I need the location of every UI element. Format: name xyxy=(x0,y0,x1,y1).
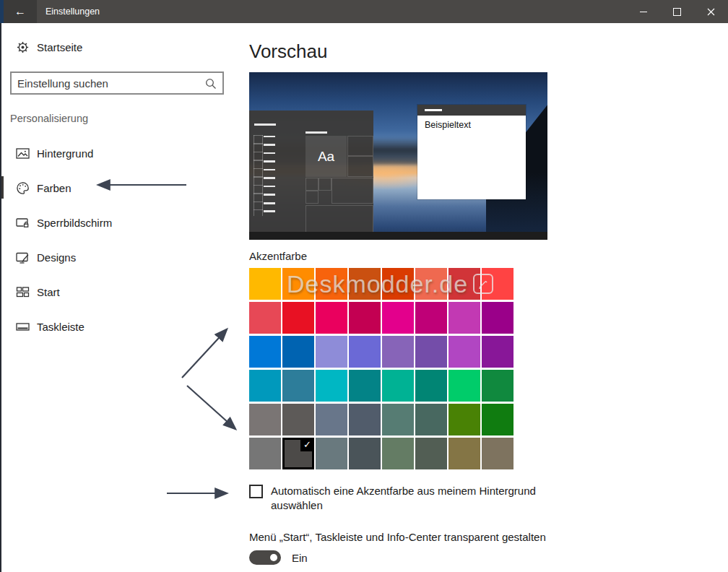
accent-swatch-r6c7[interactable] xyxy=(448,438,480,469)
tile-outline xyxy=(332,178,373,204)
tile-outline xyxy=(306,178,318,191)
accent-swatch-r6c6[interactable] xyxy=(415,438,447,469)
toggle-knob-icon xyxy=(270,554,277,561)
accent-swatch-r1c7[interactable] xyxy=(448,268,480,300)
tile-outline xyxy=(318,178,332,191)
accent-swatch-r1c3[interactable] xyxy=(316,268,347,300)
accent-swatch-r4c4[interactable] xyxy=(349,370,381,402)
sample-window-titlebar xyxy=(417,105,526,116)
back-button[interactable]: ← xyxy=(4,0,37,23)
accent-swatch-r4c7[interactable] xyxy=(448,370,480,402)
accent-swatch-r5c5[interactable] xyxy=(382,404,414,436)
accent-swatch-r5c3[interactable] xyxy=(316,404,347,436)
maximize-button[interactable] xyxy=(660,0,694,23)
close-button[interactable] xyxy=(694,0,728,23)
accent-swatch-r1c2[interactable] xyxy=(282,268,314,300)
accent-swatch-r3c3[interactable] xyxy=(316,336,347,368)
accent-swatch-r1c6[interactable] xyxy=(415,268,447,300)
sidebar-item-start[interactable]: Start xyxy=(0,274,249,309)
settings-window: ← Einstellungen Startseite Personalisie xyxy=(0,0,728,572)
accent-swatch-r5c1[interactable] xyxy=(249,404,281,436)
accent-swatch-r2c7[interactable] xyxy=(448,302,480,334)
close-icon xyxy=(707,8,715,16)
accent-swatch-r1c4[interactable] xyxy=(349,268,381,300)
accent-swatch-r6c1[interactable] xyxy=(249,438,281,469)
start-menu-rail xyxy=(254,135,263,216)
accent-swatch-r1c8[interactable] xyxy=(482,268,514,300)
minimize-button[interactable] xyxy=(626,0,660,23)
auto-accent-label: Automatisch eine Akzentfarbe aus meinem … xyxy=(271,484,542,513)
accent-swatch-r2c1[interactable] xyxy=(249,302,281,334)
accent-grid: ✓ xyxy=(249,268,514,469)
taskbar-icon xyxy=(16,320,30,334)
accent-swatch-r2c6[interactable] xyxy=(415,302,447,334)
accent-swatch-r1c1[interactable] xyxy=(249,268,281,300)
sample-window-preview: Beispieltext xyxy=(417,105,526,199)
accent-swatch-r3c5[interactable] xyxy=(382,336,414,368)
tile-outline xyxy=(306,191,318,204)
sidebar-item-label: Sperrbildschirm xyxy=(37,217,112,229)
auto-accent-checkbox[interactable] xyxy=(249,485,263,498)
selected-check-icon: ✓ xyxy=(300,438,314,451)
accent-swatch-r6c5[interactable] xyxy=(382,438,414,469)
accent-swatch-r1c5[interactable] xyxy=(382,268,414,300)
start-menu-icon xyxy=(16,285,30,299)
sidebar-item-taskleiste[interactable]: Taskleiste xyxy=(0,309,249,344)
page-title: Vorschau xyxy=(249,40,327,63)
accent-swatch-r2c8[interactable] xyxy=(482,302,514,334)
sample-window-text: Beispieltext xyxy=(417,116,526,134)
accent-grid-wrap: ✓ Deskmodder.de xyxy=(249,268,514,471)
accent-swatch-r3c8[interactable] xyxy=(482,336,514,368)
back-arrow-icon: ← xyxy=(14,5,26,18)
accent-swatch-r5c7[interactable] xyxy=(448,404,480,436)
sidebar-item-farben[interactable]: Farben xyxy=(0,170,249,205)
accent-swatch-r5c6[interactable] xyxy=(415,404,447,436)
accent-swatch-r4c3[interactable] xyxy=(316,370,347,402)
sidebar-item-label: Designs xyxy=(37,251,76,264)
accent-color-label: Akzentfarbe xyxy=(249,250,307,262)
accent-swatch-r3c6[interactable] xyxy=(415,336,447,368)
start-menu-preview: Aa xyxy=(249,110,373,232)
accent-swatch-r4c5[interactable] xyxy=(382,370,414,402)
accent-swatch-r4c2[interactable] xyxy=(282,370,314,402)
search-icon xyxy=(204,77,217,90)
accent-swatch-r3c7[interactable] xyxy=(448,336,480,368)
window-controls xyxy=(626,0,728,23)
accent-swatch-r3c2[interactable] xyxy=(282,336,314,368)
sidebar-item-sperrbildschirm[interactable]: Sperrbildschirm xyxy=(0,205,249,240)
sidebar-item-label: Start xyxy=(37,286,60,298)
colors-palette-icon xyxy=(16,181,30,195)
theme-preview: Aa Beispieltext xyxy=(249,72,547,240)
accent-swatch-r2c3[interactable] xyxy=(316,302,347,334)
accent-swatch-r3c4[interactable] xyxy=(349,336,381,368)
lock-screen-icon xyxy=(16,216,30,230)
sample-window-title-dash xyxy=(425,109,442,111)
accent-swatch-r6c4[interactable] xyxy=(349,438,381,469)
accent-swatch-r6c8[interactable] xyxy=(482,438,514,469)
sidebar-item-designs[interactable]: Designs xyxy=(0,240,249,274)
sidebar-item-label: Taskleiste xyxy=(37,321,84,333)
window-left-border xyxy=(0,23,1,572)
accent-swatch-r6c2[interactable]: ✓ xyxy=(282,438,314,469)
themes-icon xyxy=(16,251,30,264)
accent-swatch-r5c2[interactable] xyxy=(282,404,314,436)
sidebar-item-label: Farben xyxy=(37,182,72,194)
tile-outline xyxy=(347,156,373,177)
accent-swatch-r5c4[interactable] xyxy=(349,404,381,436)
sidebar-item-label: Hintergrund xyxy=(37,147,93,160)
toggle-state-label: Ein xyxy=(292,552,308,564)
accent-swatch-r4c1[interactable] xyxy=(249,370,281,402)
accent-swatch-r6c3[interactable] xyxy=(316,438,347,469)
accent-swatch-r3c1[interactable] xyxy=(249,336,281,368)
accent-swatch-r2c5[interactable] xyxy=(382,302,414,334)
sidebar-item-home[interactable]: Startseite xyxy=(16,40,82,54)
transparency-toggle[interactable] xyxy=(249,550,281,565)
sidebar-item-hintergrund[interactable]: Hintergrund xyxy=(0,136,249,170)
accent-swatch-r5c8[interactable] xyxy=(482,404,514,436)
accent-swatch-r4c8[interactable] xyxy=(482,370,514,402)
accent-swatch-r4c6[interactable] xyxy=(415,370,447,402)
accent-swatch-r2c4[interactable] xyxy=(349,302,381,334)
accent-swatch-r2c2[interactable] xyxy=(282,302,314,334)
window-title: Einstellungen xyxy=(37,0,626,23)
search-input[interactable] xyxy=(12,77,204,90)
